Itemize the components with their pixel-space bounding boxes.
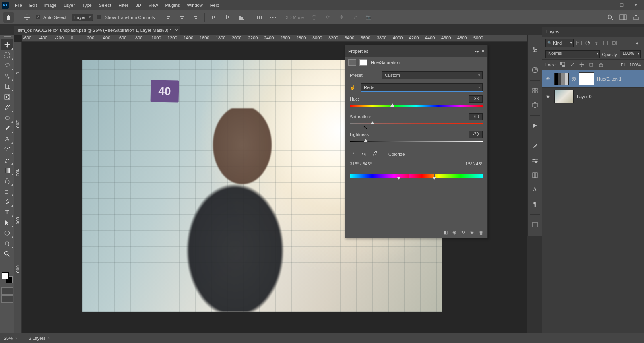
hand-tool[interactable] [1,238,13,249]
brush-tool[interactable] [1,123,13,134]
mask-thumb[interactable] [579,73,594,85]
toolbox-grip[interactable] [4,36,11,38]
workspace-switcher-icon[interactable] [618,12,628,22]
auto-select-checkbox[interactable] [36,15,40,19]
menu-edit[interactable]: Edit [26,0,41,10]
reset-icon[interactable]: ⟲ [461,230,465,235]
filter-adjustment-icon[interactable] [584,39,591,47]
filter-shape-icon[interactable] [602,39,609,47]
menu-window[interactable]: Window [184,0,206,10]
type-tool[interactable]: T [1,207,13,217]
more-options-icon[interactable] [268,12,278,22]
align-right-icon[interactable] [191,12,200,22]
lightness-slider[interactable] [350,139,483,145]
maximize-button[interactable]: ❐ [615,0,629,10]
edit-toolbar[interactable]: ⋯ [1,259,13,270]
close-button[interactable]: ✕ [629,0,642,10]
align-top-icon[interactable] [209,12,219,22]
properties-menu-icon[interactable]: ≡ [482,49,484,54]
filter-smart-icon[interactable] [611,39,618,47]
share-icon[interactable] [631,12,641,22]
menu-filter[interactable]: Filter [115,0,132,10]
lightness-value[interactable]: -79 [469,131,483,138]
menu-help[interactable]: Help [206,0,223,10]
info-chevron-icon[interactable]: › [48,336,50,340]
tabbar-grip[interactable] [2,27,8,29]
search-icon[interactable] [605,12,615,22]
adjustments-panel-icon[interactable] [530,45,539,54]
color-range-strip[interactable] [350,171,483,180]
saturation-slider[interactable] [350,121,483,127]
libraries-panel-icon[interactable] [530,86,539,95]
adjustment-thumb[interactable] [554,73,569,85]
path-select-tool[interactable] [1,217,13,228]
lock-position-icon[interactable] [578,62,585,68]
fill-value[interactable]: 100% [630,62,641,67]
gradient-tool[interactable] [1,165,13,176]
eyedropper-sub-icon[interactable]: - [372,151,379,157]
image-thumb[interactable] [554,90,574,103]
brush-settings-panel-icon[interactable] [530,156,539,165]
mask-icon[interactable] [359,59,367,66]
layers-menu-icon[interactable]: ≡ [638,29,640,34]
color-panel-icon[interactable] [530,66,539,74]
history-brush-tool[interactable] [1,144,13,155]
menu-file[interactable]: File [11,0,26,10]
lasso-tool[interactable] [1,60,13,71]
shape-tool[interactable] [1,228,13,238]
menu-3d[interactable]: 3D [132,0,145,10]
healing-tool[interactable] [1,113,13,123]
filter-pixel-icon[interactable] [575,39,582,47]
screenmode-toggle[interactable] [1,295,13,303]
visibility-toggle-icon[interactable]: 👁 [545,76,551,81]
layer-name[interactable]: Hue/S...on 1 [597,76,621,81]
align-bottom-icon[interactable] [236,12,246,22]
hue-value[interactable]: -36 [469,95,483,103]
zoom-level[interactable]: 25% [4,336,13,341]
collapse-properties-icon[interactable]: ▸▸ [475,49,479,54]
move-tool[interactable] [1,39,13,50]
actions-panel-icon[interactable] [530,121,539,130]
link-mask-icon[interactable]: ⛓ [572,76,576,81]
align-hcenter-icon[interactable] [177,12,187,22]
foreground-color[interactable] [2,272,9,279]
filter-toggle-icon[interactable]: ● [634,39,641,47]
minimize-button[interactable]: — [601,0,615,10]
channel-dropdown[interactable]: Reds [361,83,483,91]
layer-row-hue-sat[interactable]: 👁 ⛓ Hue/S...on 1 [542,70,644,88]
frame-tool[interactable] [1,92,13,102]
strip-grip[interactable] [531,38,539,39]
lock-all-icon[interactable] [598,62,604,68]
lock-pixels-icon[interactable] [569,62,575,68]
home-button[interactable] [3,12,14,23]
zoom-chevron-icon[interactable]: › [15,336,17,340]
dodge-tool[interactable] [1,186,13,196]
character-panel-icon[interactable]: A [530,185,539,194]
close-tab-icon[interactable]: × [175,28,178,33]
saturation-value[interactable]: -68 [469,113,483,120]
align-left-icon[interactable] [163,12,173,22]
view-previous-icon[interactable]: ◉ [452,230,456,235]
lock-transparency-icon[interactable] [559,62,566,68]
zoom-tool[interactable] [1,249,13,259]
eyedropper-tool[interactable] [1,102,13,113]
menu-image[interactable]: Image [41,0,60,10]
distribute-icon[interactable] [254,12,264,22]
layer-name[interactable]: Layer 0 [577,94,592,99]
visibility-toggle-icon[interactable]: 👁 [545,94,551,99]
eraser-tool[interactable] [1,155,13,165]
swatches-panel-icon[interactable] [530,171,539,180]
align-vcenter-icon[interactable] [223,12,232,22]
crop-tool[interactable] [1,81,13,92]
eyedropper-add-icon[interactable]: + [361,151,367,157]
3d-panel-icon[interactable] [530,101,539,110]
menu-layer[interactable]: Layer [60,0,78,10]
menu-plugins[interactable]: Plugins [161,0,183,10]
filter-type-icon[interactable]: T [593,39,600,47]
clip-to-layer-icon[interactable]: ◧ [444,230,448,235]
opacity-value[interactable]: 100% [620,50,641,58]
brushes-panel-icon[interactable] [530,142,539,151]
delete-adjustment-icon[interactable]: 🗑 [479,230,483,235]
menu-type[interactable]: Type [78,0,95,10]
targeted-adjust-icon[interactable]: ☝ [350,85,358,90]
